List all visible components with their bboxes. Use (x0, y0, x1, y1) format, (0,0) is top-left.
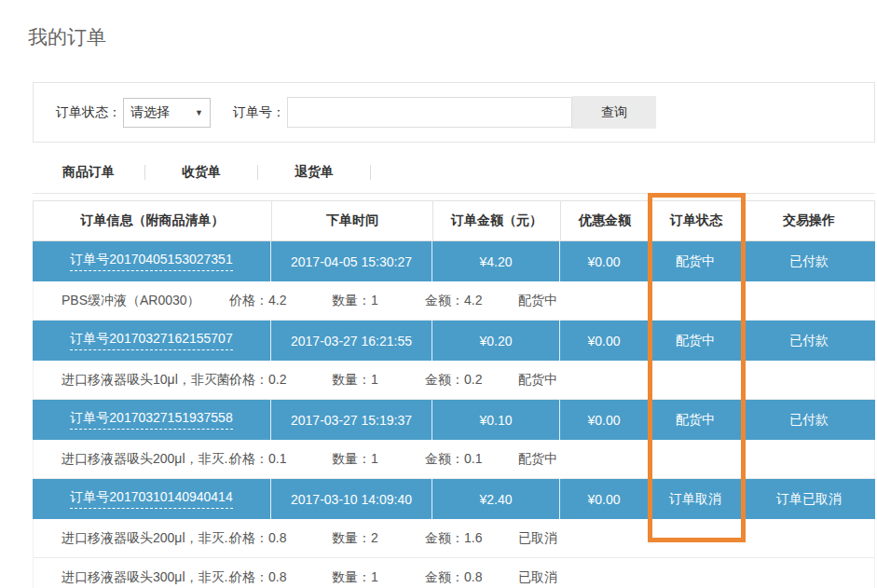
my-orders-page: 我的订单 订单状态： 请选择 ▼ 订单号： 查询 商品订单 收货单 退货单 订单… (0, 0, 877, 588)
order-status-label: 订单状态： (56, 104, 121, 121)
order-amount: ¥0.20 (432, 321, 560, 361)
tab-divider (370, 165, 371, 180)
page-title: 我的订单 (28, 24, 106, 50)
header-discount: 优惠金额 (561, 201, 650, 240)
product-name: 进口移液器吸头200μl，非灭... (62, 530, 235, 547)
order-number-link[interactable]: 订单号20170327162155707 (70, 331, 232, 350)
product-status: 配货中 (518, 451, 557, 468)
product-qty: 数量：1 (332, 451, 378, 468)
order-status: 配货中 (649, 241, 743, 281)
order-row: 订单号20170327162155707 2017-03-27 16:21:55… (33, 321, 875, 361)
product-qty: 数量：1 (332, 569, 378, 586)
order-discount: ¥0.00 (560, 479, 649, 519)
order-action: 已付款 (743, 321, 875, 361)
header-order-amount: 订单金额（元） (433, 201, 561, 240)
order-number-label: 订单号： (233, 104, 285, 121)
product-amount: 金额：0.2 (425, 372, 482, 389)
product-status: 已取消 (518, 569, 557, 586)
search-button[interactable]: 查询 (572, 96, 656, 129)
order-action: 已付款 (743, 241, 875, 281)
product-status: 已取消 (518, 530, 557, 547)
header-order-status: 订单状态 (650, 201, 744, 240)
order-discount: ¥0.00 (560, 321, 649, 361)
tab-returns[interactable]: 退货单 (258, 164, 370, 181)
product-row: 进口移液器吸头300μl，非灭... 价格：0.8 数量：1 金额：0.8 已取… (33, 558, 875, 588)
order-time: 2017-03-27 16:21:55 (271, 321, 432, 361)
order-amount: ¥4.20 (432, 241, 560, 281)
product-amount: 金额：4.2 (425, 293, 482, 309)
order-time: 2017-03-27 15:19:37 (271, 400, 432, 440)
order-row: 订单号20170327151937558 2017-03-27 15:19:37… (33, 400, 875, 440)
order-number-link[interactable]: 订单号20170310140940414 (70, 489, 232, 509)
order-number-link[interactable]: 订单号20170327151937558 (70, 410, 232, 430)
product-price: 价格：0.8 (229, 569, 286, 586)
product-row: 进口移液器吸头200μl，非灭... 价格：0.1 数量：1 金额：0.1 配货… (33, 440, 875, 479)
product-price: 价格：0.8 (229, 530, 286, 547)
orders-table: 订单信息（附商品清单） 下单时间 订单金额（元） 优惠金额 订单状态 交易操作 … (33, 200, 875, 588)
product-amount: 金额：1.6 (425, 530, 482, 547)
order-amount: ¥2.40 (432, 479, 560, 519)
order-number-link[interactable]: 订单号20170405153027351 (70, 252, 232, 271)
product-status: 配货中 (518, 372, 557, 389)
filter-panel: 订单状态： 请选择 ▼ 订单号： 查询 (33, 82, 875, 143)
product-row: 进口移液器吸头200μl，非灭... 价格：0.8 数量：2 金额：1.6 已取… (33, 519, 875, 558)
order-status: 配货中 (649, 321, 743, 361)
product-qty: 数量：1 (332, 293, 378, 309)
order-row: 订单号20170405153027351 2017-04-05 15:30:27… (33, 241, 875, 281)
chevron-down-icon: ▼ (195, 108, 203, 117)
table-header-row: 订单信息（附商品清单） 下单时间 订单金额（元） 优惠金额 订单状态 交易操作 (33, 200, 875, 241)
order-time: 2017-04-05 15:30:27 (271, 241, 432, 281)
product-status: 配货中 (518, 293, 557, 309)
order-status-selected-value: 请选择 (130, 104, 170, 121)
tab-receipts[interactable]: 收货单 (145, 164, 257, 181)
order-time: 2017-03-10 14:09:40 (271, 479, 432, 519)
tab-product-orders[interactable]: 商品订单 (33, 164, 144, 181)
product-price: 价格：0.1 (229, 451, 286, 468)
header-action: 交易操作 (744, 201, 874, 240)
product-name: PBS缓冲液（AR0030） (62, 293, 200, 309)
product-amount: 金额：0.8 (425, 569, 482, 586)
product-qty: 数量：2 (332, 530, 378, 547)
product-price: 价格：4.2 (229, 293, 286, 309)
order-status-select[interactable]: 请选择 ▼ (123, 98, 211, 128)
order-discount: ¥0.00 (560, 400, 649, 440)
order-tabs: 商品订单 收货单 退货单 (33, 157, 371, 188)
product-row: 进口移液器吸头10μl，非灭菌... 价格：0.2 数量：1 金额：0.2 配货… (33, 361, 875, 400)
product-name: 进口移液器吸头10μl，非灭菌... (62, 372, 240, 389)
header-order-info: 订单信息（附商品清单） (34, 201, 272, 240)
product-price: 价格：0.2 (229, 372, 286, 389)
section-divider (33, 193, 875, 194)
product-amount: 金额：0.1 (425, 451, 482, 468)
order-status: 订单取消 (649, 479, 743, 519)
order-discount: ¥0.00 (560, 241, 649, 281)
product-name: 进口移液器吸头200μl，非灭... (62, 451, 235, 468)
order-status: 配货中 (649, 400, 743, 440)
order-amount: ¥0.10 (432, 400, 560, 440)
order-number-input[interactable] (287, 97, 572, 128)
order-action: 订单已取消 (743, 479, 875, 519)
order-action: 已付款 (743, 400, 875, 440)
product-row: PBS缓冲液（AR0030） 价格：4.2 数量：1 金额：4.2 配货中 (33, 281, 875, 321)
header-order-time: 下单时间 (272, 201, 433, 240)
product-qty: 数量：1 (332, 372, 378, 389)
product-name: 进口移液器吸头300μl，非灭... (62, 569, 235, 586)
order-row: 订单号20170310140940414 2017-03-10 14:09:40… (33, 479, 875, 519)
